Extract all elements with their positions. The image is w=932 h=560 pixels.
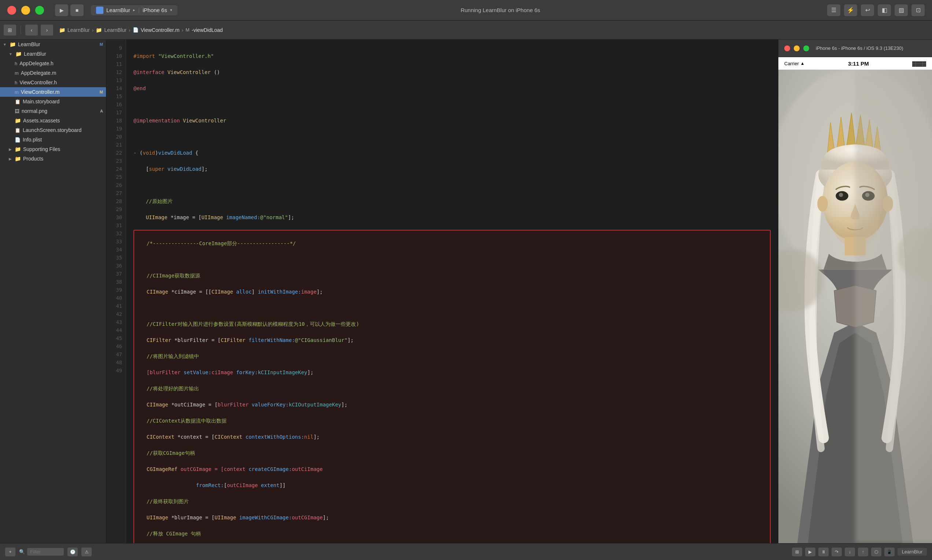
- simulator-statusbar: Carrier ▲ 3:11 PM ▓▓▓▓: [778, 57, 932, 70]
- sidebar-item-learnblur[interactable]: ▼ 📁 LearnBlur: [0, 49, 106, 58]
- minimize-button[interactable]: [21, 6, 30, 15]
- toolbar-controls: ▶ ■: [51, 5, 87, 16]
- sidebar-label: LaunchScreen.storyboard: [23, 127, 82, 133]
- m-file-icon: m: [15, 89, 19, 95]
- filter-input[interactable]: [27, 548, 64, 555]
- sidebar-item-supporting-files[interactable]: ▶ 📁 Supporting Files: [0, 145, 106, 154]
- sidebar-label: Main.storyboard: [23, 98, 59, 105]
- sidebar-item-learnblur-root[interactable]: ▼ 📁 LearnBlur M: [0, 40, 106, 49]
- search-icon: 🔍: [19, 549, 25, 554]
- debug-view-icon[interactable]: ⬡: [871, 548, 881, 556]
- h-file-icon: h: [15, 80, 17, 85]
- badge: M: [100, 42, 103, 46]
- back-button[interactable]: ‹: [25, 25, 38, 35]
- svg-rect-14: [855, 70, 932, 543]
- svg-point-9: [817, 196, 828, 212]
- debug-button[interactable]: ⚡: [844, 5, 857, 16]
- sidebar: ▼ 📁 LearnBlur M ▼ 📁 LearnBlur h AppDeleg…: [0, 40, 106, 543]
- sidebar-item-info-plist[interactable]: 📄 Info.plist: [0, 135, 106, 145]
- sim-maximize-button[interactable]: [803, 45, 809, 51]
- bottombar-right: ⊞ ▶ ⏸ ↷ ↓ ↑ ⬡ 📱 LearnBlur: [792, 548, 927, 556]
- disclosure-icon: ▶: [9, 157, 12, 161]
- code-content[interactable]: #import "ViewController.h" @interface Vi…: [126, 40, 778, 543]
- titlebar-right-controls: ☰ ⚡ ↩ ◧ ▨ ⊡: [820, 5, 932, 16]
- breadcrumb-learnblur[interactable]: LearnBlur: [68, 27, 90, 33]
- plist-icon: 📄: [15, 137, 20, 143]
- simulator-icon[interactable]: 📱: [884, 548, 895, 556]
- clock-icon[interactable]: 🕐: [68, 548, 78, 556]
- time-label: 3:11 PM: [848, 60, 869, 67]
- sidebar-label: Info.plist: [23, 137, 42, 143]
- sidebar-label: Products: [23, 156, 43, 162]
- carrier-text: Carrier: [784, 61, 799, 66]
- sidebar-item-main-storyboard[interactable]: 📋 Main.storyboard: [0, 97, 106, 106]
- scheme-name: LearnBlur: [106, 7, 130, 13]
- sidebar-item-assets[interactable]: 📁 Assets.xcassets: [0, 116, 106, 125]
- breadcrumb: 📁 LearnBlur › 📁 LearnBlur › 📄 ViewContro…: [59, 27, 223, 33]
- pause-icon[interactable]: ⏸: [818, 548, 829, 556]
- run-button[interactable]: ▶: [55, 5, 68, 16]
- folder-icon: 📁: [15, 51, 22, 57]
- sidebar-label: AppDelegate.h: [19, 60, 54, 66]
- sidebar-item-viewcontroller-h[interactable]: h ViewController.h: [0, 78, 106, 87]
- editor-toggle-button[interactable]: ☰: [827, 5, 840, 16]
- simulator-device: Carrier ▲ 3:11 PM ▓▓▓▓: [778, 57, 932, 543]
- folder-icon: 📁: [15, 146, 21, 152]
- sidebar-label: ViewController.h: [19, 80, 57, 85]
- breadcrumb-separator-1: ›: [92, 27, 94, 33]
- close-button[interactable]: [7, 6, 16, 15]
- breadcrumb-file[interactable]: ViewController.m: [141, 27, 180, 33]
- breadcrumb-method[interactable]: -viewDidLoad: [192, 27, 223, 33]
- stop-button[interactable]: ■: [70, 5, 83, 16]
- sidebar-item-normal-png[interactable]: 🖼 normal.png A: [0, 106, 106, 116]
- sidebar-label: ViewController.m: [21, 89, 60, 95]
- added-badge: A: [100, 109, 103, 113]
- navigator-toggle-button[interactable]: ◧: [878, 5, 891, 16]
- traffic-lights: [0, 6, 51, 15]
- sidebar-item-launchscreen[interactable]: 📋 LaunchScreen.storyboard: [0, 125, 106, 135]
- file-icon: 📄: [133, 27, 139, 32]
- scheme-selector[interactable]: LearnBlur ▸ | iPhone 6s ▾: [91, 5, 177, 15]
- grid-icon[interactable]: ⊞: [792, 548, 802, 556]
- add-button[interactable]: +: [5, 548, 15, 556]
- sidebar-item-appdelegate-h[interactable]: h AppDelegate.h: [0, 58, 106, 68]
- status-text: Running LearnBlur on iPhone 6s: [181, 7, 820, 13]
- folder-icon: 📁: [15, 156, 21, 162]
- warning-icon[interactable]: ⚠: [82, 548, 92, 556]
- breadcrumb-separator-2: ›: [129, 27, 131, 33]
- code-editor[interactable]: 9 10 11 12 13 14 15 16 17 18 19 20 21 22…: [106, 40, 778, 543]
- wifi-icon: ▲: [800, 61, 805, 66]
- carrier-label: Carrier ▲: [784, 61, 805, 66]
- chevron-down-icon: ▾: [170, 8, 173, 12]
- breakpoint-button[interactable]: ↩: [861, 5, 874, 16]
- method-icon: M: [185, 27, 189, 32]
- library-button[interactable]: ⊡: [912, 5, 925, 16]
- forward-button[interactable]: ›: [41, 25, 53, 35]
- device-separator: |: [138, 7, 140, 13]
- play-icon[interactable]: ▶: [805, 548, 815, 556]
- folder-icon-2: 📁: [96, 27, 102, 33]
- folder-icon: 📁: [59, 27, 65, 33]
- storyboard-icon: 📋: [15, 128, 20, 133]
- inspector-toggle-button[interactable]: ▨: [895, 5, 908, 16]
- sidebar-item-viewcontroller-m[interactable]: m ViewController.m M: [0, 87, 106, 97]
- modified-badge: M: [100, 90, 103, 94]
- scheme-icon: [96, 6, 103, 14]
- step-out-icon[interactable]: ↑: [858, 548, 868, 556]
- simulator-image: [778, 70, 932, 543]
- svg-point-7: [839, 193, 843, 197]
- sim-close-button[interactable]: [784, 45, 790, 51]
- sidebar-item-products[interactable]: ▶ 📁 Products: [0, 154, 106, 163]
- separator: [20, 26, 21, 34]
- breadcrumb-learnblur2[interactable]: LearnBlur: [104, 27, 126, 33]
- titlebar: ▶ ■ LearnBlur ▸ | iPhone 6s ▾ Running Le…: [0, 0, 932, 20]
- breadcrumb-separator-3: ›: [182, 27, 183, 33]
- step-in-icon[interactable]: ↓: [845, 548, 855, 556]
- step-over-icon[interactable]: ↷: [832, 548, 842, 556]
- sidebar-item-appdelegate-m[interactable]: m AppDelegate.m: [0, 68, 106, 78]
- simulator-title: iPhone 6s - iPhone 6s / iOS 9.3 (13E230): [816, 45, 903, 51]
- sim-minimize-button[interactable]: [794, 45, 800, 51]
- grid-view-button[interactable]: ⊞: [4, 25, 16, 35]
- m-file-icon: m: [15, 70, 19, 76]
- maximize-button[interactable]: [35, 6, 44, 15]
